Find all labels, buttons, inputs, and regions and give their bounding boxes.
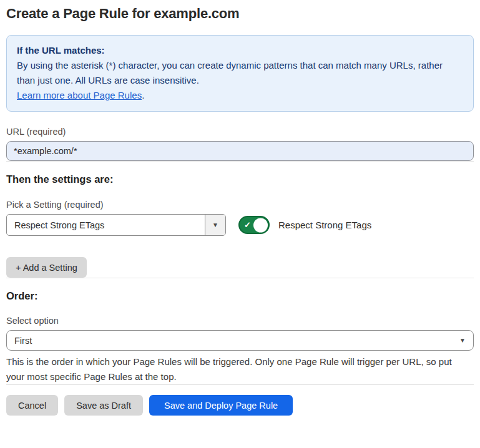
add-setting-button[interactable]: + Add a Setting bbox=[6, 257, 87, 278]
order-section-heading: Order: bbox=[6, 290, 474, 302]
link-suffix: . bbox=[142, 90, 144, 100]
info-box-link-line: Learn more about Page Rules. bbox=[17, 88, 463, 103]
page-title: Create a Page Rule for example.com bbox=[6, 5, 474, 22]
setting-select[interactable]: Respect Strong ETags ▼ bbox=[6, 214, 226, 236]
divider bbox=[6, 161, 474, 162]
setting-toggle[interactable]: ✓ bbox=[238, 216, 270, 234]
order-select[interactable]: First ▼ bbox=[6, 330, 474, 351]
toggle-knob bbox=[253, 218, 268, 232]
chevron-down-icon: ▼ bbox=[212, 222, 218, 228]
order-select-label: Select option bbox=[6, 316, 474, 326]
save-draft-button[interactable]: Save as Draft bbox=[64, 395, 143, 416]
setting-select-value: Respect Strong ETags bbox=[7, 215, 205, 235]
order-select-wrap: First ▼ bbox=[6, 330, 474, 351]
url-match-info-box: If the URL matches: By using the asteris… bbox=[6, 35, 474, 112]
settings-section-heading: Then the settings are: bbox=[6, 173, 474, 185]
divider bbox=[6, 278, 474, 278]
order-select-value: First bbox=[14, 336, 32, 346]
setting-select-arrow-box[interactable]: ▼ bbox=[205, 215, 225, 235]
url-input[interactable] bbox=[6, 141, 474, 161]
cancel-button[interactable]: Cancel bbox=[6, 395, 58, 416]
chevron-down-icon: ▼ bbox=[459, 337, 466, 344]
learn-more-link[interactable]: Learn more about Page Rules bbox=[17, 90, 142, 100]
setting-picker-label: Pick a Setting (required) bbox=[6, 200, 474, 210]
info-box-heading: If the URL matches: bbox=[17, 43, 463, 58]
order-help-text: This is the order in which your Page Rul… bbox=[6, 354, 468, 384]
save-deploy-button[interactable]: Save and Deploy Page Rule bbox=[149, 395, 293, 416]
setting-row: Respect Strong ETags ▼ ✓ Respect Strong … bbox=[6, 214, 474, 236]
setting-toggle-label: Respect Strong ETags bbox=[278, 220, 371, 230]
info-box-body: By using the asterisk (*) character, you… bbox=[17, 58, 463, 88]
divider bbox=[6, 384, 474, 385]
url-field-label: URL (required) bbox=[6, 127, 474, 137]
check-icon: ✓ bbox=[244, 221, 251, 229]
footer-actions: Cancel Save as Draft Save and Deploy Pag… bbox=[6, 395, 474, 416]
